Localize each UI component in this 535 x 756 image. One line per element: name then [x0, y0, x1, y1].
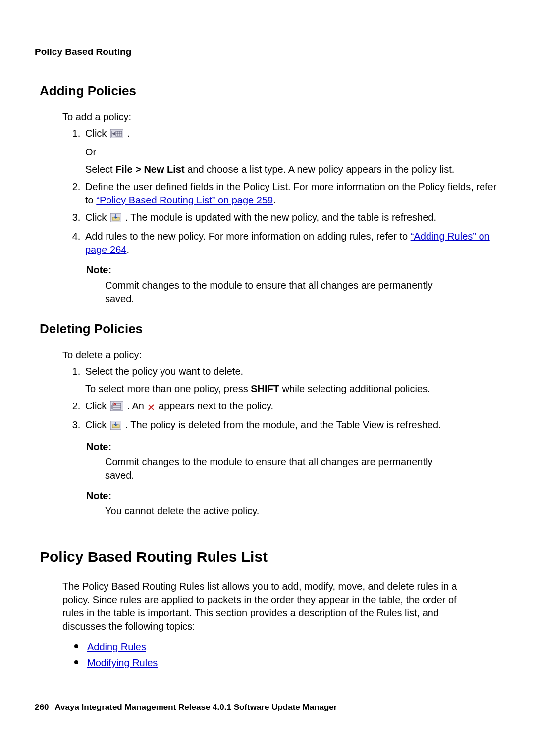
page-footer: 260Avaya Integrated Management Release 4… — [35, 702, 337, 713]
text: . — [127, 128, 130, 139]
link-adding-rules-topic[interactable]: Adding Rules — [87, 641, 146, 652]
text: Click — [85, 212, 109, 223]
text: Add rules to the new policy. For more in… — [85, 231, 411, 242]
section-divider — [40, 538, 263, 538]
text: and choose a list type. A new policy app… — [185, 164, 455, 175]
document-page: Policy Based Routing Adding Policies To … — [0, 0, 535, 756]
or-text: Or — [85, 146, 500, 159]
link-modifying-rules-topic[interactable]: Modifying Rules — [87, 657, 158, 668]
x-mark-icon — [148, 401, 155, 414]
note-body: Commit changes to the module to ensure t… — [105, 279, 451, 305]
new-list-icon — [110, 128, 123, 142]
text: To select more than one policy, press — [85, 383, 251, 394]
rules-list-body: The Policy Based Routing Rules list allo… — [62, 580, 473, 633]
step-3: Click . The module is updated with the n… — [83, 211, 500, 226]
footer-title: Avaya Integrated Management Release 4.0.… — [54, 703, 337, 712]
list-item: Modifying Rules — [74, 656, 500, 670]
link-policy-list[interactable]: “Policy Based Routing List” on page 259 — [96, 195, 273, 205]
step-3: Click . The policy is deleted from the m… — [83, 418, 500, 433]
text: Select — [85, 164, 115, 175]
list-item: Adding Rules — [74, 640, 500, 654]
intro-add: To add a policy: — [62, 110, 500, 124]
text: Click — [85, 128, 109, 139]
text: appears next to the policy. — [159, 401, 273, 411]
note-label: Note: — [86, 489, 500, 503]
note-body: Commit changes to the module to ensure t… — [105, 455, 451, 482]
text: . The module is updated with the new pol… — [125, 212, 436, 223]
step-4: Add rules to the new policy. For more in… — [83, 230, 500, 256]
heading-adding-policies: Adding Policies — [40, 82, 500, 100]
heading-deleting-policies: Deleting Policies — [40, 320, 500, 338]
text: . — [273, 195, 276, 205]
note-body: You cannot delete the active policy. — [105, 504, 451, 518]
step-1-sub: To select more than one policy, press SH… — [85, 382, 500, 396]
text: . The policy is deleted from the module,… — [125, 419, 441, 430]
text: . An — [127, 401, 147, 411]
step-1: Select the policy you want to delete. To… — [83, 365, 500, 396]
text: while selecting additional policies. — [279, 383, 430, 394]
text: Select the policy you want to delete. — [85, 366, 243, 377]
text: . — [126, 244, 129, 255]
apply-icon — [110, 420, 121, 433]
topic-list: Adding Rules Modifying Rules — [74, 640, 500, 670]
key-shift: SHIFT — [251, 383, 279, 394]
steps-add: Click . Or Select File > New List and ch… — [62, 127, 500, 256]
note-label: Note: — [86, 440, 500, 454]
text: Click — [85, 419, 109, 430]
heading-rules-list: Policy Based Routing Rules List — [40, 547, 500, 567]
steps-delete: Select the policy you want to delete. To… — [62, 365, 500, 433]
step-2: Define the user defined fields in the Po… — [83, 180, 500, 207]
text: Click — [85, 401, 109, 411]
note-label: Note: — [86, 263, 500, 277]
intro-delete: To delete a policy: — [62, 349, 500, 362]
step-1-alt: Select File > New List and choose a list… — [85, 163, 500, 176]
step-2: Click . An appears nex — [83, 400, 500, 414]
step-1: Click . Or Select File > New List and ch… — [83, 127, 500, 176]
page-number: 260 — [35, 703, 49, 712]
delete-list-icon — [110, 401, 123, 414]
running-header: Policy Based Routing — [35, 46, 500, 58]
menu-path: File > New List — [115, 164, 184, 175]
apply-icon — [110, 212, 121, 226]
